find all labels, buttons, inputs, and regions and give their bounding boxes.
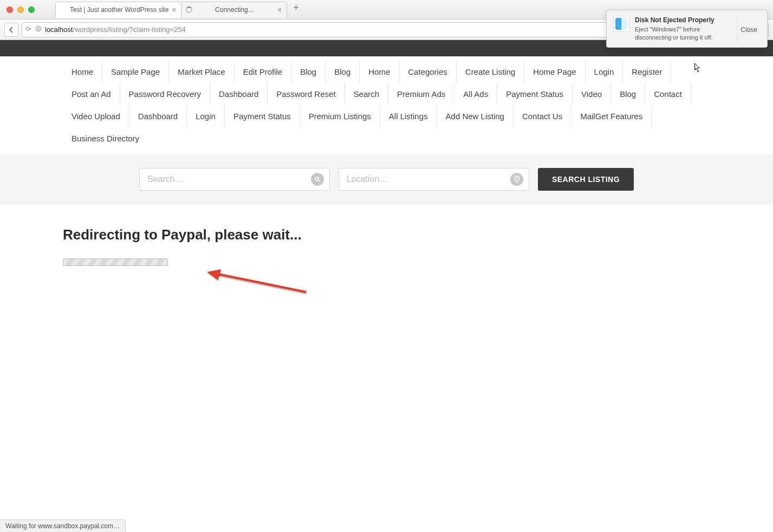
svg-point-4 xyxy=(516,178,517,179)
listing-search-bar: SEARCH LISTING xyxy=(0,154,773,205)
nav-link-payment-status[interactable]: Payment Status xyxy=(225,105,300,127)
tab-0[interactable]: Test | Just another WordPress site × xyxy=(55,2,181,18)
svg-point-0 xyxy=(26,27,29,30)
nav-link-home[interactable]: Home xyxy=(63,61,102,83)
window-controls xyxy=(7,7,35,13)
nav-link-password-reset[interactable]: Password Reset xyxy=(268,83,345,105)
nav-link-market-place[interactable]: Market Place xyxy=(169,61,235,83)
search-input[interactable] xyxy=(147,174,311,184)
nav-link-all-listings[interactable]: All Listings xyxy=(380,105,437,127)
nav-link-all-ads[interactable]: All Ads xyxy=(454,83,497,105)
notification-close-button[interactable]: Close xyxy=(737,16,761,42)
finder-icon xyxy=(613,16,629,32)
nav-link-dashboard[interactable]: Dashboard xyxy=(210,83,268,105)
tab-title: Test | Just another WordPress site xyxy=(67,6,172,14)
nav-link-sample-page[interactable]: Sample Page xyxy=(102,61,169,83)
nav-link-edit-profile[interactable]: Edit Profile xyxy=(235,61,292,83)
nav-link-premium-ads[interactable]: Premium Ads xyxy=(388,83,454,105)
tab-title: Connecting… xyxy=(192,6,278,14)
nav-link-home-page[interactable]: Home Page xyxy=(524,61,585,83)
nav-link-login[interactable]: Login xyxy=(187,105,225,127)
nav-link-video[interactable]: Video xyxy=(573,83,611,105)
nav-link-payment-status[interactable]: Payment Status xyxy=(497,83,573,105)
notification-title: Disk Not Ejected Properly xyxy=(635,16,731,24)
nav-link-blog[interactable]: Blog xyxy=(326,61,360,83)
nav-link-post-an-ad[interactable]: Post an Ad xyxy=(63,83,120,105)
window-minimize-button[interactable] xyxy=(17,7,24,13)
nav-link-premium-listings[interactable]: Premium Listings xyxy=(300,105,380,127)
nav-link-business-directory[interactable]: Business Directory xyxy=(63,127,148,150)
search-icon[interactable] xyxy=(311,173,324,186)
main-nav-wrap: HomeSample PageMarket PlaceEdit ProfileB… xyxy=(0,56,773,154)
loading-spinner-icon xyxy=(186,7,192,13)
page-heading: Redirecting to Paypal, please wait... xyxy=(63,226,710,243)
tab-close-icon[interactable]: × xyxy=(277,6,282,14)
search-input-wrap xyxy=(139,168,330,191)
nav-link-search[interactable]: Search xyxy=(345,83,389,105)
tab-strip: Test | Just another WordPress site × Con… xyxy=(55,2,303,18)
system-notification: Disk Not Ejected Properly Eject "Windows… xyxy=(606,10,768,48)
page-content: Redirecting to Paypal, please wait... xyxy=(0,205,773,288)
status-bar: Waiting for www.sandbox.paypal.com… xyxy=(0,520,126,532)
nav-link-password-recovery[interactable]: Password Recovery xyxy=(120,83,210,105)
identity-icon xyxy=(25,25,32,34)
nav-link-contact-us[interactable]: Contact Us xyxy=(514,105,571,127)
nav-link-categories[interactable]: Categories xyxy=(399,61,457,83)
nav-link-register[interactable]: Register xyxy=(623,61,671,83)
nav-link-home[interactable]: Home xyxy=(360,61,399,83)
nav-link-blog[interactable]: Blog xyxy=(291,61,326,83)
window-close-button[interactable] xyxy=(7,7,13,13)
tab-close-icon[interactable]: × xyxy=(172,6,176,14)
nav-link-add-new-listing[interactable]: Add New Listing xyxy=(437,105,514,127)
nav-link-dashboard[interactable]: Dashboard xyxy=(129,105,187,127)
notification-body: Disk Not Ejected Properly Eject "Windows… xyxy=(635,16,731,42)
main-nav: HomeSample PageMarket PlaceEdit ProfileB… xyxy=(0,56,773,154)
window-maximize-button[interactable] xyxy=(28,7,35,13)
tab-1[interactable]: Connecting… × xyxy=(181,2,287,18)
notification-text: Eject "Windows7" before disconnecting or… xyxy=(635,25,731,42)
url-text: localhost/wordpress/listing/?claim-listi… xyxy=(45,25,648,34)
globe-icon xyxy=(35,25,42,34)
nav-link-video-upload[interactable]: Video Upload xyxy=(63,105,129,127)
nav-link-login[interactable]: Login xyxy=(586,61,623,83)
nav-link-create-listing[interactable]: Create Listing xyxy=(457,61,525,83)
location-input[interactable] xyxy=(347,174,510,184)
new-tab-button[interactable]: + xyxy=(290,2,303,15)
address-bar[interactable]: localhost/wordpress/listing/?claim-listi… xyxy=(22,22,668,37)
svg-point-3 xyxy=(315,177,319,180)
nav-link-mailget-features[interactable]: MailGet Features xyxy=(571,105,652,127)
location-pin-icon[interactable] xyxy=(510,173,523,186)
nav-link-blog[interactable]: Blog xyxy=(611,83,645,105)
search-listing-button[interactable]: SEARCH LISTING xyxy=(538,168,634,191)
progress-bar xyxy=(63,258,168,266)
back-button[interactable] xyxy=(4,23,18,37)
location-input-wrap xyxy=(339,168,529,191)
nav-link-contact[interactable]: Contact xyxy=(645,83,691,105)
